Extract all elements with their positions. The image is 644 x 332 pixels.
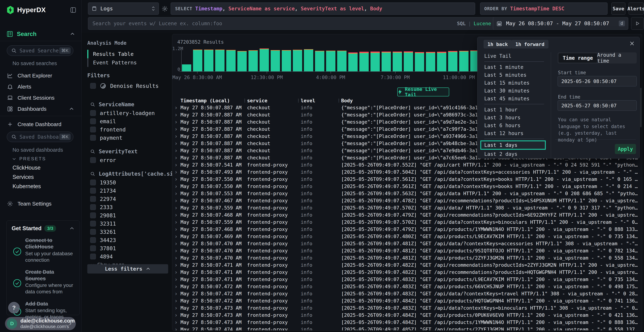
chevron-up-icon[interactable]: [68, 106, 75, 112]
table-row[interactable]: ›May 27 8:50:07.472 AMfrontend-proxyinfo…: [172, 283, 642, 290]
filter-option[interactable]: payment: [90, 134, 167, 142]
sidebar-item-client-sessions[interactable]: Client Sessions: [0, 92, 82, 104]
filter-option[interactable]: 34423: [90, 236, 167, 244]
table-row[interactable]: ›May 27 8:50:07.468 AMfrontend-proxyinfo…: [172, 226, 642, 233]
expand-row-icon[interactable]: ›: [173, 112, 180, 118]
table-row[interactable]: ›May 27 8:50:07.471 AMfrontend-proxyinfo…: [172, 268, 642, 276]
histogram-bar[interactable]: [238, 51, 247, 71]
expand-row-icon[interactable]: ›: [173, 212, 180, 218]
saved-dashboards-input[interactable]: [20, 134, 59, 140]
time-range-option-last-45-minutes[interactable]: Last 45 minutes: [478, 95, 551, 102]
histogram-bar[interactable]: [360, 52, 369, 72]
save-button[interactable]: Save: [612, 2, 626, 15]
filter-option[interactable]: artillery-loadgen: [90, 109, 167, 117]
table-row[interactable]: ›May 27 8:50:07.470 AMfrontend-proxyinfo…: [172, 254, 642, 261]
preset-services[interactable]: Services: [0, 172, 82, 182]
filter-option[interactable]: 29081: [90, 211, 167, 220]
time-range-option-last-30-minutes[interactable]: Last 30 minutes: [478, 87, 551, 95]
presets-toggle[interactable]: PRESETS: [12, 156, 46, 162]
saved-searches-search[interactable]: ⌘K: [7, 46, 73, 56]
chevron-up-icon[interactable]: [69, 226, 74, 231]
expand-row-icon[interactable]: ›: [173, 240, 180, 247]
sql-mode-toggle[interactable]: SQL: [457, 21, 466, 26]
filter-option[interactable]: 32311: [90, 220, 167, 228]
histogram-bar[interactable]: [382, 52, 391, 71]
expand-row-icon[interactable]: ›: [173, 298, 180, 304]
shift-1h-back-button[interactable]: 1h back: [484, 40, 512, 48]
time-range-option-live-tail[interactable]: Live Tail: [478, 52, 551, 60]
denoise-results-option[interactable]: Denoise Results: [90, 83, 159, 89]
table-row[interactable]: ›May 27 8:50:07.472 AMfrontend-proxyinfo…: [172, 297, 642, 304]
expand-row-icon[interactable]: ›: [173, 233, 180, 240]
expand-row-icon[interactable]: ›: [173, 326, 180, 331]
table-row[interactable]: ›May 27 8:50:07.473 AMfrontend-proxyinfo…: [172, 304, 642, 312]
histogram-bar[interactable]: [337, 50, 346, 71]
table-row[interactable]: ›May 27 8:50:07.468 AMfrontend-proxyinfo…: [172, 211, 642, 218]
expand-row-icon[interactable]: ›: [173, 126, 180, 132]
filter-checkbox[interactable]: [90, 221, 96, 226]
col-level[interactable]: ⋮level: [301, 98, 341, 104]
expand-row-icon[interactable]: ›: [173, 190, 180, 196]
expand-row-icon[interactable]: ›: [173, 205, 180, 211]
histogram-bar[interactable]: [215, 50, 224, 71]
sidebar-item-dashboards[interactable]: Dashboards: [0, 104, 82, 114]
table-row[interactable]: ›May 27 8:50:07.559 AMfrontend-proxyinfo…: [172, 204, 642, 211]
resume-live-tail-button[interactable]: Resume Live Tail: [397, 88, 449, 96]
expand-row-icon[interactable]: ›: [173, 119, 180, 125]
expand-row-icon[interactable]: ›: [173, 255, 180, 261]
filter-option[interactable]: 4894: [90, 252, 167, 261]
expand-row-icon[interactable]: ›: [173, 276, 180, 282]
table-row[interactable]: ›May 27 8:50:07.473 AMfrontend-proxyinfo…: [172, 312, 642, 318]
expand-row-icon[interactable]: ›: [173, 148, 180, 154]
time-range-option-last-5-minutes[interactable]: Last 5 minutes: [478, 71, 551, 79]
table-row[interactable]: ›May 27 8:50:07.470 AMfrontend-proxyinfo…: [172, 240, 642, 247]
time-range-option-last-1-minute[interactable]: Last 1 minute: [478, 63, 551, 71]
expand-row-icon[interactable]: ›: [173, 169, 180, 175]
filter-checkbox[interactable]: [90, 229, 96, 235]
table-row[interactable]: ›May 27 8:50:07.553 AMfrontend-proxyinfo…: [172, 190, 642, 197]
sidebar-item-chart-explorer[interactable]: Chart Explorer: [0, 70, 82, 81]
tab-around-a-time[interactable]: Around a time: [597, 53, 636, 62]
user-menu[interactable]: D dale@clickhouse.com dale@clickhouse.co…: [5, 317, 76, 330]
filter-option[interactable]: 19350: [90, 178, 167, 186]
table-row[interactable]: ›May 27 8:50:07.473 AMfrontend-proxyinfo…: [172, 318, 642, 326]
filter-checkbox[interactable]: [90, 127, 96, 132]
histogram-bar[interactable]: [282, 50, 291, 71]
collapse-sidebar-icon[interactable]: [70, 7, 76, 13]
table-row[interactable]: ›May 27 8:50:07.471 AMfrontend-proxyinfo…: [172, 261, 642, 268]
histogram-bar[interactable]: [459, 51, 468, 71]
filter-option[interactable]: error: [90, 156, 167, 164]
filter-option[interactable]: email: [90, 117, 167, 126]
table-row[interactable]: ›May 27 8:50:07.474 AMfrontend-proxyinfo…: [172, 326, 642, 330]
source-select[interactable]: Logs: [88, 2, 159, 15]
saved-dashboards-search[interactable]: ⌘K: [7, 132, 73, 142]
filter-checkbox[interactable]: [90, 196, 96, 202]
mode-event-patterns[interactable]: Event Patterns: [87, 58, 166, 67]
table-row[interactable]: ›May 27 8:50:07.559 AMfrontend-proxyinfo…: [172, 218, 642, 226]
table-row[interactable]: ›May 27 8:50:07.467 AMfrontend-proxyinfo…: [172, 197, 642, 204]
table-row[interactable]: ›May 27 8:50:07.550 AMfrontend-proxyinfo…: [172, 176, 642, 183]
less-filters-button[interactable]: Less filters: [87, 264, 168, 274]
table-row[interactable]: ›May 27 8:50:07.493 AMfrontend-proxyinfo…: [172, 168, 642, 176]
filter-checkbox[interactable]: [90, 254, 96, 260]
time-range-option-last-1-hour[interactable]: Last 1 hour: [478, 106, 551, 114]
col-timestamp[interactable]: Timestamp (Local): [180, 98, 247, 104]
histogram-bar[interactable]: [404, 51, 413, 72]
histogram-bar[interactable]: [293, 50, 302, 71]
filter-option[interactable]: 21734: [90, 186, 167, 195]
order-by-editor[interactable]: ORDER BY TimestampTime DESC: [480, 2, 608, 15]
expand-row-icon[interactable]: ›: [173, 319, 180, 326]
sidebar-item-alerts[interactable]: Alerts: [0, 81, 82, 92]
histogram-bar[interactable]: [182, 64, 191, 71]
close-icon[interactable]: [629, 40, 635, 46]
time-range-option-last-15-minutes[interactable]: Last 15 minutes: [478, 79, 551, 87]
filter-option[interactable]: 2333: [90, 203, 167, 211]
lucene-mode-toggle[interactable]: Lucene: [474, 21, 491, 26]
apply-button[interactable]: Apply: [615, 144, 636, 154]
preset-clickhouse[interactable]: ClickHouse: [0, 163, 82, 172]
filter-checkbox[interactable]: [90, 212, 96, 218]
expand-row-icon[interactable]: ›: [173, 219, 180, 225]
expand-row-icon[interactable]: ›: [173, 290, 180, 297]
expand-row-icon[interactable]: ›: [173, 248, 180, 254]
filter-option[interactable]: 22974: [90, 195, 167, 203]
